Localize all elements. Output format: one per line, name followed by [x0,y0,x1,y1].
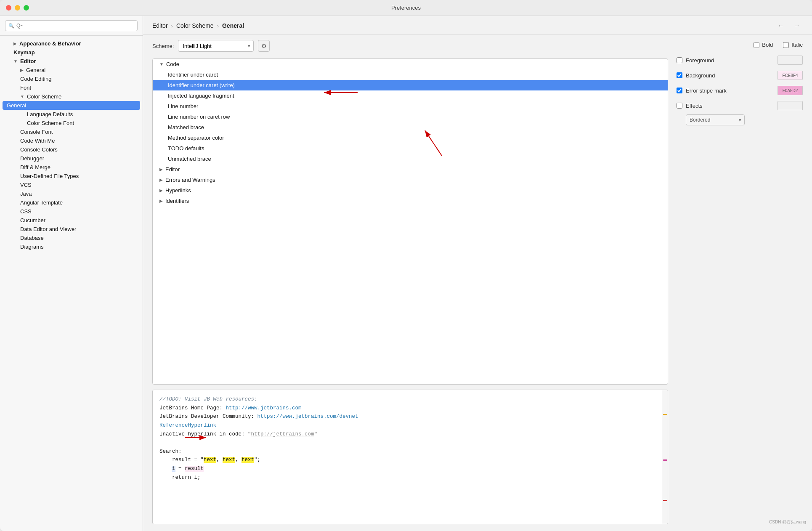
preview-line-return: return i; [159,473,655,482]
breadcrumb-sep-1: › [171,23,173,29]
tree-item-code[interactable]: ▼ Code [153,59,668,69]
window-title: Preferences [391,5,421,11]
tree-arrow-icon: ▶ [159,178,163,182]
sidebar-item-diagrams[interactable]: Diagrams [0,242,143,251]
sidebar-item-language-defaults[interactable]: Language Defaults [0,110,143,119]
scheme-select[interactable]: IntelliJ Light Darcula High Contrast Def… [178,40,254,52]
sidebar-item-keymap[interactable]: Keymap [0,48,143,57]
sidebar-item-code-editing[interactable]: Code Editing [0,74,143,83]
sidebar-item-label: Color Scheme [27,93,61,100]
link-inactive[interactable]: http://jetbrains.com [251,431,314,437]
sidebar-item-vcs[interactable]: VCS [0,181,143,189]
preview-line-1: //TODO: Visit JB Web resources: [159,395,655,404]
sidebar-item-label: Code With Me [20,138,55,144]
background-color-swatch[interactable]: FCE8F4 [778,71,803,80]
sidebar-item-appearance[interactable]: ▶ Appearance & Behavior [0,39,143,48]
sidebar-item-label: User-Defined File Types [20,173,79,179]
sidebar-item-font[interactable]: Font [0,83,143,92]
sidebar-item-console-colors[interactable]: Console Colors [0,145,143,154]
tree-item-identifier-under-caret-write[interactable]: Identifier under caret (write) [153,80,668,90]
error-stripe-color-swatch[interactable]: F0A8D2 [778,86,803,95]
sidebar-item-cucumber[interactable]: Cucumber [0,216,143,225]
sidebar-item-label: Angular Template [20,199,63,206]
sidebar-item-general-cs[interactable]: General [3,101,140,110]
preview-code-content: //TODO: Visit JB Web resources: JetBrain… [153,390,662,524]
sidebar-item-label: Appearance & Behavior [19,40,81,47]
tree-item-editor[interactable]: ▶ Editor [153,164,668,175]
background-color-value: FCE8F4 [778,71,802,80]
link-jetbrains-home[interactable]: http://www.jetbrains.com [226,405,302,411]
tree-item-identifiers[interactable]: ▶ Identifiers [153,196,668,206]
sidebar-item-label: Console Font [20,129,53,135]
tree-item-label: Method separator color [168,135,224,141]
sidebar-item-database[interactable]: Database [0,234,143,242]
sidebar-item-label: Java [20,191,32,197]
sidebar-item-label: General [7,102,26,109]
scheme-label: Scheme: [152,43,174,49]
close-button[interactable] [6,5,11,11]
italic-checkbox-label[interactable]: Italic [783,42,803,48]
search-input[interactable] [5,20,138,31]
error-stripe-label: Error stripe mark [686,88,774,94]
bold-checkbox[interactable] [754,42,759,48]
gear-button[interactable]: ⚙ [258,40,270,52]
foreground-color-swatch[interactable] [778,56,803,65]
background-checkbox[interactable] [677,72,682,78]
tree-item-identifier-under-caret[interactable]: Identifier under caret [153,69,668,80]
tree-item-todo-defaults[interactable]: TODO defaults [153,143,668,154]
italic-checkbox[interactable] [783,42,789,48]
sidebar-item-label: Code Editing [20,76,51,82]
sidebar-item-css[interactable]: CSS [0,207,143,216]
sidebar-item-editor[interactable]: ▼ Editor [0,57,143,66]
sidebar-item-color-scheme[interactable]: ▼ Color Scheme [0,92,143,101]
tree-item-errors-warnings[interactable]: ▶ Errors and Warnings [153,175,668,185]
tree-item-injected-language[interactable]: Injected language fragment [153,90,668,101]
left-panel: Scheme: IntelliJ Light Darcula High Cont… [152,40,668,524]
effects-label: Effects [686,103,774,109]
maximize-button[interactable] [24,5,29,11]
nav-forward-button[interactable]: → [791,21,803,30]
minimize-button[interactable] [15,5,20,11]
sidebar-item-label: Data Editor and Viewer [20,226,76,232]
sidebar-item-label: Color Scheme Font [27,120,74,126]
tree-item-hyperlinks[interactable]: ▶ Hyperlinks [153,185,668,196]
tree-item-line-number[interactable]: Line number [153,101,668,112]
effects-type-select[interactable]: Bordered Underline Bold Underline Underw… [686,114,745,125]
sidebar-item-label: Language Defaults [27,111,73,117]
bold-checkbox-label[interactable]: Bold [754,42,773,48]
sidebar-item-data-editor[interactable]: Data Editor and Viewer [0,225,143,234]
link-ref-hyperlink[interactable]: ReferenceHyperlink [159,422,216,428]
preview-line-search: Search: [159,447,655,456]
preview-scrollbar[interactable] [662,390,668,524]
sidebar-item-code-with-me[interactable]: Code With Me [0,136,143,145]
tree-item-method-separator[interactable]: Method separator color [153,133,668,143]
tree-scroll-area[interactable]: ▼ Code Identifier under caret Identifier… [153,59,668,384]
tree-item-line-number-caret[interactable]: Line number on caret row [153,112,668,122]
sidebar-item-diff-merge[interactable]: Diff & Merge [0,163,143,172]
tree-item-unmatched-brace[interactable]: Unmatched brace [153,154,668,164]
sidebar-item-java[interactable]: Java [0,189,143,198]
sidebar-item-angular[interactable]: Angular Template [0,198,143,207]
tree-item-label: Hyperlinks [165,187,191,194]
effects-checkbox[interactable] [677,103,682,109]
tree-item-matched-brace[interactable]: Matched brace [153,122,668,133]
error-stripe-checkbox[interactable] [677,88,682,93]
bold-label: Bold [762,42,773,48]
sidebar-item-debugger[interactable]: Debugger [0,154,143,163]
sidebar-item-general[interactable]: ▶ General [0,66,143,74]
search-box: 🔍 [0,16,143,36]
sidebar-item-color-scheme-font[interactable]: Color Scheme Font [0,119,143,127]
tree-item-label: Errors and Warnings [165,177,215,183]
sidebar-item-user-defined[interactable]: User-Defined File Types [0,172,143,181]
nav-back-button[interactable]: ← [775,21,787,30]
arrow-icon: ▼ [20,94,24,99]
page-body: Scheme: IntelliJ Light Darcula High Cont… [143,35,812,531]
foreground-checkbox[interactable] [677,57,682,63]
link-devnet[interactable]: https://www.jetbrains.com/devnet [257,414,358,419]
foreground-label: Foreground [686,57,774,64]
effects-color-swatch[interactable] [778,101,803,110]
sidebar-item-console-font[interactable]: Console Font [0,127,143,136]
nav-tree: ▶ Appearance & Behavior Keymap ▼ Editor … [0,36,143,531]
preview-line-2: JetBrains Home Page: http://www.jetbrain… [159,404,655,413]
tree-item-label: TODO defaults [168,145,204,151]
